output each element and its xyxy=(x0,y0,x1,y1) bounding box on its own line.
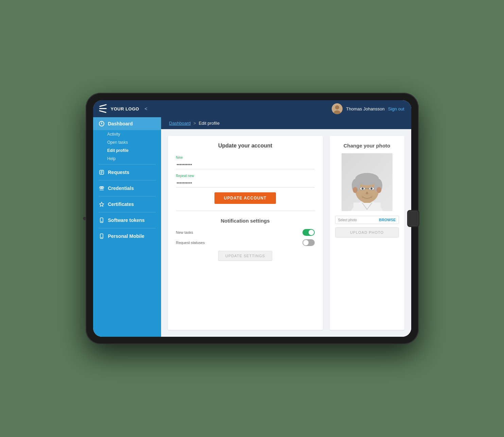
avatar-image xyxy=(332,103,343,114)
user-name: Thomas Johansson xyxy=(346,106,384,111)
home-button[interactable] xyxy=(407,210,419,227)
svg-point-25 xyxy=(353,187,358,193)
avatar xyxy=(332,103,343,114)
sidebar-item-credentials[interactable]: Credentials xyxy=(93,182,161,195)
panel-divider xyxy=(176,211,315,211)
top-bar: YOUR LOGO < Thomas Johansson Sign out xyxy=(93,100,411,117)
breadcrumb-separator: > xyxy=(193,121,196,126)
svg-point-30 xyxy=(362,188,364,190)
content-area: Update your account New Repeat new UPDAT… xyxy=(161,129,411,337)
software-tokens-label: Software tokens xyxy=(108,217,145,223)
breadcrumb-dashboard-link[interactable]: Dashboard xyxy=(169,121,191,126)
sidebar-sub-edit-profile[interactable]: Edit profile xyxy=(93,146,161,155)
svg-point-4 xyxy=(335,105,339,109)
svg-rect-0 xyxy=(99,104,107,107)
software-tokens-icon xyxy=(99,217,105,223)
dashboard-label: Dashboard xyxy=(108,121,133,126)
sidebar-divider-5 xyxy=(99,228,156,228)
sidebar-item-personal-mobile[interactable]: Personal Mobile xyxy=(93,230,161,243)
certificates-label: Certificates xyxy=(108,202,134,207)
select-photo-row: Select photo BROWSE xyxy=(335,216,399,224)
profile-photo xyxy=(342,153,393,211)
repeat-password-label: Repeat new xyxy=(176,174,315,178)
logo-icon xyxy=(99,104,108,113)
new-tasks-toggle[interactable] xyxy=(302,229,315,236)
sidebar-divider-1 xyxy=(99,164,156,164)
select-photo-label: Select photo xyxy=(338,218,357,222)
new-password-label: New xyxy=(176,156,315,159)
tablet-device: YOUR LOGO < Thomas Johansson Sign out xyxy=(86,93,419,344)
user-area: Thomas Johansson Sign out xyxy=(332,103,404,114)
svg-rect-2 xyxy=(99,110,106,113)
sidebar-item-dashboard[interactable]: Dashboard xyxy=(93,117,161,130)
new-password-group: New xyxy=(176,156,315,169)
update-account-title: Update your account xyxy=(176,143,315,149)
browse-button[interactable]: BROWSE xyxy=(379,218,396,222)
sidebar-divider-3 xyxy=(99,196,156,196)
notification-settings-title: Notification settings xyxy=(176,218,315,224)
certificates-icon xyxy=(99,201,105,207)
update-account-button[interactable]: UPDATE ACCOUNT xyxy=(214,192,276,204)
logo-text: YOUR LOGO xyxy=(111,106,139,111)
svg-point-26 xyxy=(377,187,381,193)
sidebar-divider-2 xyxy=(99,180,156,180)
sign-out-link[interactable]: Sign out xyxy=(388,106,404,111)
breadcrumb: Dashboard > Edit profile xyxy=(161,117,411,129)
right-panel: Change your photo xyxy=(330,136,404,330)
new-tasks-label: New tasks xyxy=(176,230,193,234)
sidebar-item-certificates[interactable]: Certificates xyxy=(93,198,161,211)
request-statuses-label: Request statuses xyxy=(176,241,205,245)
home-button-inner xyxy=(408,211,418,226)
svg-rect-15 xyxy=(100,234,103,239)
svg-rect-13 xyxy=(100,218,103,223)
repeat-password-group: Repeat new xyxy=(176,174,315,188)
upload-photo-button[interactable]: UPLOAD PHOTO xyxy=(335,227,399,238)
breadcrumb-current-page: Edit profile xyxy=(199,121,220,126)
app-layout: Dashboard Activity Open tasks Edit profi… xyxy=(93,117,411,337)
collapse-button[interactable]: < xyxy=(144,106,147,111)
sidebar-sub-open-tasks[interactable]: Open tasks xyxy=(93,138,161,146)
update-settings-button[interactable]: UPDATE SETTINGS xyxy=(218,251,272,261)
sidebar: Dashboard Activity Open tasks Edit profi… xyxy=(93,117,161,337)
new-password-input[interactable] xyxy=(176,160,315,169)
credentials-label: Credentials xyxy=(108,186,134,191)
credentials-icon xyxy=(99,185,105,191)
requests-label: Requests xyxy=(108,170,129,175)
request-statuses-notification-row: Request statuses xyxy=(176,239,315,246)
requests-icon xyxy=(99,169,105,175)
svg-rect-1 xyxy=(99,108,107,109)
svg-point-7 xyxy=(101,123,102,124)
request-statuses-toggle-knob xyxy=(303,240,309,245)
svg-point-31 xyxy=(370,188,372,190)
left-panel: Update your account New Repeat new UPDAT… xyxy=(168,136,323,330)
repeat-password-input[interactable] xyxy=(176,179,315,188)
request-statuses-toggle[interactable] xyxy=(302,239,315,246)
personal-mobile-icon xyxy=(99,233,105,239)
dashboard-icon xyxy=(99,121,105,127)
sidebar-sub-help[interactable]: Help xyxy=(93,155,161,163)
sidebar-sub-activity[interactable]: Activity xyxy=(93,130,161,138)
new-tasks-toggle-knob xyxy=(309,230,314,235)
sidebar-item-requests[interactable]: Requests xyxy=(93,166,161,179)
logo-area: YOUR LOGO < xyxy=(93,100,161,117)
camera-dot xyxy=(83,217,86,220)
svg-point-32 xyxy=(360,193,375,202)
personal-mobile-label: Personal Mobile xyxy=(108,233,144,239)
new-tasks-notification-row: New tasks xyxy=(176,229,315,236)
change-photo-title: Change your photo xyxy=(344,143,390,148)
sidebar-item-software-tokens[interactable]: Software tokens xyxy=(93,214,161,227)
tablet-screen: YOUR LOGO < Thomas Johansson Sign out xyxy=(93,100,411,337)
photo-display xyxy=(342,153,393,211)
main-content: Dashboard > Edit profile Update your acc… xyxy=(161,117,411,337)
sidebar-divider-4 xyxy=(99,212,156,212)
